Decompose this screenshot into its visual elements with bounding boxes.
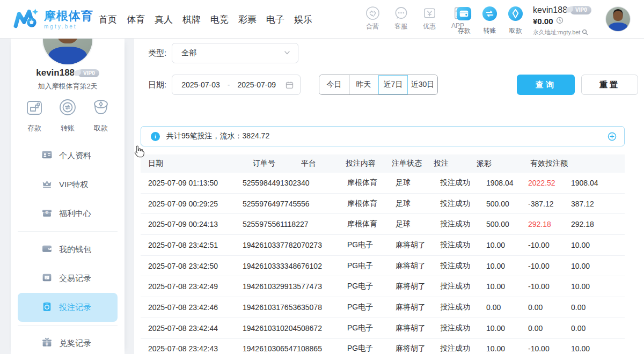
table-body: 2025-07-09 01:13:50 5255984491302340 摩根体… <box>141 173 625 354</box>
type-select[interactable]: 全部 <box>172 43 298 63</box>
cell-bet-amount: 1908.04 <box>486 179 528 187</box>
crown-icon <box>41 178 53 191</box>
nav-item[interactable]: 真人 <box>155 11 173 28</box>
cell-platform: PG电子 <box>347 344 396 353</box>
promo-link[interactable]: 优惠 <box>419 5 440 31</box>
date-start: 2025-07-03 <box>181 80 220 89</box>
header-quick-links: 合营 客服 <box>362 5 469 31</box>
nav-item[interactable]: 娱乐 <box>294 11 312 28</box>
sidebar-menu: 个人资料 VIP特权 ¥ 福利中心 我的钱包 <box>11 141 125 354</box>
sidebar-item-wallet[interactable]: 我的钱包 <box>18 235 118 264</box>
sidebar-item-label: VIP特权 <box>59 180 88 190</box>
table-row: 2025-07-08 23:42:46 1942610317653635078 … <box>141 297 625 318</box>
date-filter-row: 日期: 2025-07-03 - 2025-07-09 今日昨天近7日近30日 … <box>148 75 301 95</box>
sidebar-item-label: 福利中心 <box>59 209 91 219</box>
table-row: 2025-07-08 23:42:50 1942610333348676102 … <box>141 256 625 277</box>
nav-item[interactable]: 棋牌 <box>182 11 201 28</box>
cell-date: 2025-07-08 23:42:43 <box>148 344 243 353</box>
main-nav: 首页体育真人棋牌电竞彩票电子娱乐 <box>99 0 312 39</box>
cell-bet-amount: 10.00 <box>486 344 528 353</box>
sidebar-item-transactions[interactable]: 交易记录 <box>18 264 118 293</box>
username[interactable]: kevin188 <box>533 5 567 16</box>
quick-range-group: 今日昨天近7日近30日 <box>319 75 438 95</box>
cell-date: 2025-07-08 23:42:51 <box>148 241 243 249</box>
nav-item[interactable]: 首页 <box>99 11 117 28</box>
sidebar-withdraw-button[interactable]: 取款 <box>89 97 113 133</box>
sidebar-item-vip[interactable]: VIP特权 <box>18 170 118 199</box>
cell-date: 2025-07-08 23:42:49 <box>148 282 243 291</box>
cell-payout: -10.00 <box>528 344 571 353</box>
cell-platform: PG电子 <box>347 240 396 250</box>
deposit-button[interactable]: 存款 <box>453 5 474 35</box>
cell-bet-amount: 500.00 <box>486 220 528 228</box>
sidebar-item-bet-records[interactable]: 投注记录 <box>18 293 118 322</box>
menu-divider <box>18 231 118 232</box>
quick-range-button[interactable]: 近7日 <box>378 75 408 94</box>
sidebar-withdraw-icon <box>90 97 112 120</box>
cell-order-number: 1942610310204508672 <box>243 324 347 333</box>
bet-records-icon <box>41 301 53 314</box>
deposit-icon <box>456 5 472 24</box>
user-avatar[interactable] <box>605 6 631 32</box>
sidebar-withdraw-label: 取款 <box>94 123 108 133</box>
cell-bet-content: 麻将胡了 <box>396 240 440 250</box>
quick-range-button[interactable]: 近30日 <box>408 75 437 94</box>
nav-item[interactable]: 彩票 <box>238 11 257 28</box>
search-address-icon[interactable] <box>582 27 588 38</box>
sidebar-item-welfare[interactable]: ¥ 福利中心 <box>18 199 118 228</box>
table-row: 2025-07-08 23:42:44 1942610310204508672 … <box>141 318 625 339</box>
customer-service-icon <box>394 5 408 20</box>
date-end: 2025-07-09 <box>237 80 276 89</box>
type-label: 类型: <box>148 48 166 58</box>
type-filter-row: 类型: 全部 <box>148 43 298 63</box>
service-label: 客服 <box>394 22 407 31</box>
quick-range-button[interactable]: 今日 <box>319 75 349 94</box>
column-header: 投注 <box>434 159 477 168</box>
id-card-icon <box>41 149 53 163</box>
main-content: 类型: 全部 日期: 2025-07-03 - 2025-07-09 今日昨天近… <box>134 39 644 354</box>
cell-payout: 2022.52 <box>528 179 571 187</box>
expand-icon[interactable] <box>608 132 617 141</box>
transfer-button[interactable]: 转账 <box>479 5 500 35</box>
cell-payout: -10.00 <box>528 241 571 249</box>
nav-item[interactable]: 电竞 <box>210 11 229 28</box>
query-button[interactable]: 查询 <box>517 75 575 95</box>
date-separator: - <box>228 80 230 89</box>
cell-date: 2025-07-08 23:42:46 <box>148 303 243 312</box>
sidebar-item-label: 投注记录 <box>59 303 91 313</box>
cell-bet-amount: 0.00 <box>486 303 528 312</box>
quick-range-button[interactable]: 昨天 <box>349 75 378 94</box>
cell-valid-amount: 0.00 <box>571 324 625 333</box>
cell-payout: 292.18 <box>528 220 571 228</box>
column-header: 派彩 <box>477 159 530 168</box>
refresh-balance-icon[interactable] <box>556 16 564 27</box>
partner-label: 合营 <box>366 22 379 31</box>
cell-payout: -10.00 <box>528 262 571 270</box>
sidebar-item-label: 交易记录 <box>59 274 91 284</box>
cell-valid-amount: 10.00 <box>571 241 625 249</box>
date-range-input[interactable]: 2025-07-03 - 2025-07-09 <box>172 75 301 95</box>
cell-order-number: 5255975561118227 <box>243 220 347 228</box>
cell-status: 投注成功 <box>440 261 486 271</box>
service-link[interactable]: 客服 <box>390 5 412 31</box>
partner-link[interactable]: 合营 <box>362 5 383 31</box>
nav-item[interactable]: 体育 <box>127 11 145 28</box>
withdraw-label: 取款 <box>509 26 522 35</box>
sidebar-item-redeem[interactable]: R 兑奖记录 <box>18 329 118 354</box>
withdraw-button[interactable]: 取款 <box>505 5 526 35</box>
sidebar-username: kevin188 <box>36 68 75 78</box>
sidebar-deposit-button[interactable]: 存款 <box>22 97 47 133</box>
cell-payout: 0.00 <box>528 324 571 333</box>
reset-button[interactable]: 重置 <box>581 75 638 95</box>
cell-payout: 0.00 <box>528 303 571 312</box>
brand-logo[interactable]: 摩根体育 mgty.bet <box>13 5 93 34</box>
sidebar-item-profile[interactable]: 个人资料 <box>18 141 118 170</box>
cell-status: 投注成功 <box>440 323 486 333</box>
transfer-label: 转账 <box>484 26 496 35</box>
info-icon: i <box>151 132 160 141</box>
nav-item[interactable]: 电子 <box>266 11 284 28</box>
cell-payout: -10.00 <box>528 282 571 291</box>
cell-status: 投注成功 <box>440 178 486 188</box>
promo-label: 优惠 <box>423 22 436 31</box>
sidebar-transfer-button[interactable]: 转账 <box>55 97 80 133</box>
